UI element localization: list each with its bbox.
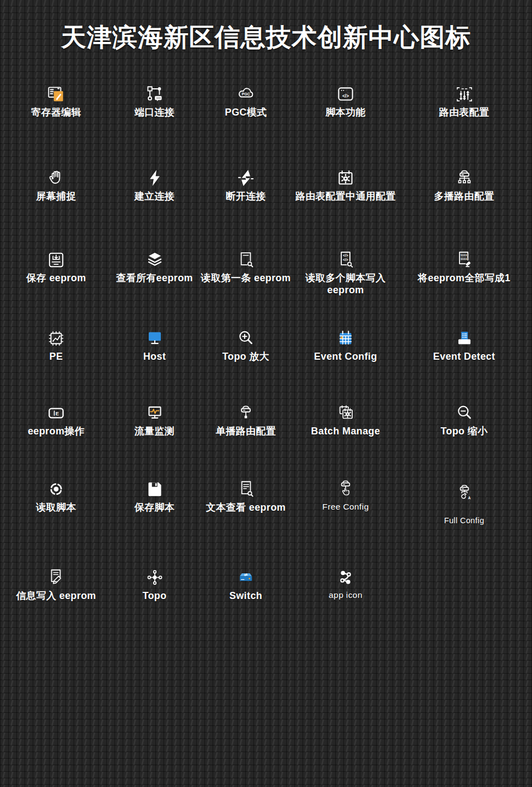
tile-host-monitor: Host [112, 324, 197, 363]
pgc-cloud-icon: PGC [235, 80, 256, 105]
icon-row-3: 保存 eeprom查看所有eeprom读取第一条 eeprom</></>读取多… [0, 245, 532, 296]
text-view-eeprom-icon [235, 475, 256, 500]
tile-label-screen-capture-hand: 屏幕捕捉 [36, 191, 76, 203]
svg-text:A: A [468, 496, 470, 500]
host-monitor-icon [144, 324, 165, 349]
tile-label-switch-device: Switch [229, 590, 262, 602]
tile-topo-node: Topo [112, 563, 197, 602]
icon-row-4: PEHostTopo 放大Event ConfigEvent Detect [0, 324, 532, 363]
tile-register-edit: 寄存器编辑 [0, 80, 112, 119]
tile-save-eeprom: 保存 eeprom [0, 245, 112, 296]
tile-connect-bolt: 建立连接 [112, 164, 197, 203]
tile-label-general-config-gear: 路由表配置中通用配置 [295, 191, 396, 203]
tile-save-script-floppy: 保存脚本 [112, 475, 197, 525]
tile-write-all-eeprom: 11111111将eeprom全部写成1 [396, 245, 532, 296]
tile-script-function: </>脚本功能 [295, 80, 396, 119]
tile-label-info-write-eeprom: 信息写入 eeprom [16, 590, 96, 602]
tile-read-script-refresh: 读取脚本 [0, 475, 112, 525]
tile-label-connect-bolt: 建立连接 [135, 191, 175, 203]
tile-screen-capture-hand: 屏幕捕捉 [0, 164, 112, 203]
tile-label-read-multi-script: 读取多个脚本写入 eeprom [305, 273, 385, 296]
tile-event-config-calendar: Event Config [295, 324, 396, 363]
tile-label-event-detect: Event Detect [433, 351, 495, 363]
tile-label-full-config-wrench: Full Config [444, 516, 485, 525]
tile-full-config-wrench: AFull Config [396, 475, 532, 525]
connect-bolt-icon [144, 164, 165, 189]
port-connection-icon [144, 80, 165, 105]
view-all-eeprom-layers-icon [144, 245, 165, 270]
event-detect-icon [454, 324, 475, 349]
switch-device-icon [235, 563, 256, 588]
topo-zoom-in-icon [235, 324, 256, 349]
icon-row-7: 信息写入 eepromTopoSwitchapp icon [0, 563, 532, 602]
unicast-routing-icon [235, 398, 256, 423]
write-all-eeprom-icon: 11111111 [454, 245, 475, 270]
tile-pe-chip: PE [0, 324, 112, 363]
tile-label-free-config-hand: Free Config [322, 502, 368, 512]
register-edit-icon [46, 80, 66, 105]
full-config-wrench-icon: A [454, 475, 475, 504]
tile-topo-zoom-in: Topo 放大 [197, 324, 295, 363]
tile-label-event-config-calendar: Event Config [314, 351, 377, 363]
svg-text:PGC: PGC [242, 92, 250, 96]
tile-routing-table-config: 路由表配置 [396, 80, 532, 119]
tile-label-traffic-monitor: 流量监测 [135, 426, 175, 438]
tile-label-topo-zoom-out: Topo 缩小 [440, 426, 487, 438]
read-multi-script-icon: </></> [335, 245, 356, 270]
tile-unicast-routing: 单播路由配置 [197, 398, 295, 438]
svg-text:</>: </> [343, 253, 348, 257]
tile-multicast-routing: 多播路由配置 [396, 164, 532, 203]
app-logo-icon [335, 563, 356, 588]
tile-app-logo: app icon [295, 563, 396, 602]
read-first-eeprom-icon [235, 245, 256, 270]
routing-table-config-icon [454, 80, 475, 105]
tile-label-register-edit: 寄存器编辑 [31, 107, 81, 119]
tile-label-text-view-eeprom: 文本查看 eeprom [206, 502, 286, 514]
script-function-icon: </> [335, 80, 356, 105]
eeprom-operation-icon: E [46, 398, 66, 423]
disconnect-bolt-icon [235, 164, 256, 189]
tile-label-port-connection: 端口连接 [135, 107, 175, 119]
read-script-refresh-icon [46, 475, 66, 500]
page-background: { "page": { "title": "天津滨海新区信息技术创新中心图标" … [0, 0, 532, 787]
tile-info-write-eeprom: 信息写入 eeprom [0, 563, 112, 602]
icon-row-2: 屏幕捕捉建立连接断开连接路由表配置中通用配置多播路由配置 [0, 164, 532, 203]
svg-text:</>: </> [343, 258, 348, 262]
free-config-hand-icon [335, 475, 356, 500]
tile-label-read-script-refresh: 读取脚本 [36, 502, 76, 514]
tile-event-detect: Event Detect [396, 324, 532, 363]
tile-pgc-cloud: PGCPGC模式 [197, 80, 295, 119]
tile-text-view-eeprom: 文本查看 eeprom [197, 475, 295, 525]
tile-batch-manage: Batch Manage [295, 398, 396, 438]
icon-row-1: 寄存器编辑端口连接PGCPGC模式</>脚本功能路由表配置 [0, 80, 532, 119]
tile-view-all-eeprom-layers: 查看所有eeprom [112, 245, 197, 296]
tile-label-eeprom-operation: eeprom操作 [28, 426, 84, 438]
pe-chip-icon [46, 324, 66, 349]
general-config-gear-icon [335, 164, 356, 189]
save-eeprom-icon [46, 245, 66, 270]
info-write-eeprom-icon [46, 563, 66, 588]
tile-label-topo-zoom-in: Topo 放大 [222, 351, 269, 363]
svg-text:</>: </> [342, 93, 349, 99]
tile-label-save-eeprom: 保存 eeprom [26, 273, 86, 284]
tile-switch-device: Switch [197, 563, 295, 602]
multicast-routing-icon [454, 164, 475, 189]
screen-capture-hand-icon [46, 164, 66, 189]
tile-label-view-all-eeprom-layers: 查看所有eeprom [116, 273, 193, 284]
tile-label-script-function: 脚本功能 [325, 107, 366, 119]
tile-label-batch-manage: Batch Manage [311, 426, 380, 438]
tile-label-save-script-floppy: 保存脚本 [135, 502, 175, 514]
event-config-calendar-icon [335, 324, 356, 349]
tile-label-pe-chip: PE [50, 351, 63, 363]
tile-read-multi-script: </></>读取多个脚本写入 eeprom [295, 245, 396, 296]
tile-label-multicast-routing: 多播路由配置 [434, 191, 494, 203]
tile-label-host-monitor: Host [143, 351, 166, 363]
svg-text:E: E [56, 411, 59, 416]
save-script-floppy-icon [144, 475, 165, 500]
icon-row-6: 读取脚本保存脚本文本查看 eepromFree ConfigAFull Conf… [0, 475, 532, 525]
tile-topo-zoom-out: Topo 缩小 [396, 398, 532, 438]
tile-label-app-logo: app icon [329, 590, 362, 601]
tile-traffic-monitor: 流量监测 [112, 398, 197, 438]
icon-row-5: Eeeprom操作流量监测单播路由配置Batch ManageTopo 缩小 [0, 398, 532, 438]
svg-text:1111: 1111 [460, 253, 467, 257]
